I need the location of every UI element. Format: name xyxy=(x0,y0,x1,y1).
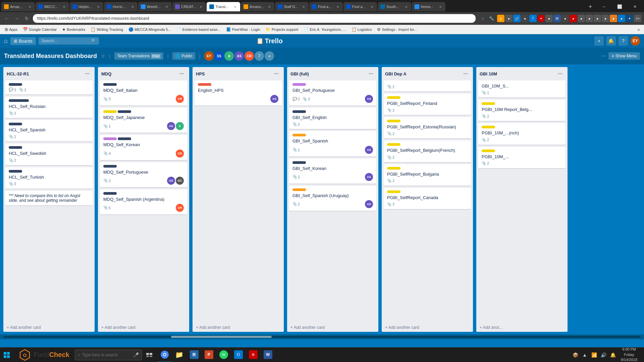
ext-16[interactable]: ● xyxy=(618,15,625,22)
card-g2[interactable]: GBI_Self_English📎 2 xyxy=(289,108,376,129)
list-menu-button[interactable]: ··· xyxy=(556,70,564,78)
tab-close-button[interactable]: ✕ xyxy=(370,4,374,9)
card-c5[interactable]: HCL_Self_Turkish📎 3 xyxy=(5,167,93,189)
card-ga1[interactable]: 📎 2 xyxy=(384,80,471,92)
network-icon[interactable]: 📶 xyxy=(590,351,598,359)
ext-18[interactable]: >> xyxy=(634,15,641,22)
taskbar-app-word[interactable]: W xyxy=(261,348,275,362)
card-c4[interactable]: HCL_Self_Swedish📎 2 xyxy=(5,143,93,165)
taskbar-clock[interactable]: 9:00 PM Friday 9/14/2018 xyxy=(618,347,640,362)
visibility-button[interactable]: 🌐 Public xyxy=(172,52,195,60)
member-avatar-cr[interactable]: CR xyxy=(245,51,254,61)
member-avatar-ss[interactable]: SS xyxy=(214,51,224,61)
card-member-avatar[interactable]: AS xyxy=(365,146,373,154)
taskbar-app-chrome[interactable] xyxy=(157,348,172,362)
card-c2[interactable]: HCL_Self_Russian📎 2 xyxy=(5,97,93,118)
browser-tab-staff[interactable]: Staff D... ✕ xyxy=(275,2,309,11)
browser-tab-hurr[interactable]: Hurric... ✕ xyxy=(104,2,138,11)
taskbar-app-outlook[interactable]: O xyxy=(231,348,246,362)
bookmark-projects[interactable]: 📁 Projects support xyxy=(264,26,300,33)
card-g4[interactable]: GBI_Self_Korean📎 2AS xyxy=(289,159,376,184)
list-menu-button[interactable]: ··· xyxy=(367,70,375,78)
card-ga4[interactable]: PGBI_SelfReport_Belgium(French)📎 2 xyxy=(384,140,471,162)
list-menu-button[interactable]: ··· xyxy=(178,70,186,78)
card-c1[interactable]: 💬 3📎 2 xyxy=(5,80,93,95)
card-ga6[interactable]: PGBI_SelfReport_Canada📎 2 xyxy=(384,188,471,209)
horizontal-scrollbar[interactable] xyxy=(0,335,644,339)
ext-11[interactable]: ● xyxy=(578,15,585,22)
browser-tab-weeb[interactable]: Weebl... ✕ xyxy=(138,2,172,11)
card-gm3[interactable]: PGBI_10M_...(nch)📎 2 xyxy=(478,123,566,144)
card-member-avatar[interactable]: AS xyxy=(365,95,373,103)
browser-tab-find2[interactable]: Find a... ✕ xyxy=(343,2,377,11)
ext-amazon[interactable]: a xyxy=(497,15,504,22)
bookmark-evidence[interactable]: 📄 Evidence based asse... xyxy=(174,26,223,33)
taskbar-app-r[interactable]: R xyxy=(187,348,202,362)
ext-6[interactable]: ● xyxy=(537,15,545,22)
member-avatar-as[interactable]: AS xyxy=(234,51,244,61)
notification-icon[interactable]: 🔔 xyxy=(609,351,617,359)
ext-10[interactable]: ● xyxy=(570,15,577,22)
card-ga2[interactable]: PGBI_SelfReport_Finland📎 2 xyxy=(384,94,471,115)
list-menu-button[interactable]: ··· xyxy=(462,70,470,78)
card-gm4[interactable]: PGBI_10M_...📎 2 xyxy=(478,147,566,168)
bookmark-bookmarks[interactable]: ★ Bookmarks xyxy=(60,26,87,33)
browser-tab-amaz2[interactable]: Amazo... ✕ xyxy=(241,2,274,11)
card-member-avatar[interactable]: S xyxy=(176,122,184,130)
bookmark-calendar[interactable]: 📅 Google Calendar xyxy=(21,26,59,33)
add-card-button-gbi_full[interactable]: + Add another card xyxy=(287,323,378,332)
ext-12[interactable]: ● xyxy=(586,15,593,22)
list-menu-button[interactable]: ··· xyxy=(83,70,91,78)
extensions-icon[interactable]: 🔧 xyxy=(488,15,495,22)
browser-tab-mecc[interactable]: MECC... ✕ xyxy=(36,2,69,11)
member-avatar-ey[interactable]: EY xyxy=(204,51,214,61)
show-desktop-button[interactable] xyxy=(641,348,643,362)
card-member-avatar[interactable]: CR xyxy=(176,149,184,158)
show-menu-button[interactable]: ≡ Show Menu xyxy=(608,52,640,60)
card-d3[interactable]: MDQ_Self_Korean📎 4CR xyxy=(100,135,187,160)
list-menu-button[interactable]: ··· xyxy=(272,70,280,78)
card-member-avatar[interactable]: CR xyxy=(176,95,184,103)
tab-close-button[interactable]: ✕ xyxy=(164,4,169,9)
add-member-button[interactable]: + xyxy=(265,51,274,61)
card-ga5[interactable]: PGBI_SelfReport_Bulgaria📎 2 xyxy=(384,164,471,186)
card-member-avatar[interactable]: AS xyxy=(167,177,175,185)
bookmark-mecca[interactable]: 🔵 MECCA Mingenda 5... xyxy=(126,26,173,33)
scrollbar-thumb[interactable] xyxy=(171,336,272,338)
ext-9[interactable]: ● xyxy=(561,15,569,22)
tab-close-button[interactable]: ✕ xyxy=(301,4,306,9)
board-area[interactable]: HCL-32-R1 ···💬 3📎 2HCL_Self_Russian📎 2HC… xyxy=(0,64,644,335)
close-button[interactable]: ✕ xyxy=(627,2,643,11)
bookmark-peerwise[interactable]: 📘 PeerWise - Login xyxy=(224,26,262,33)
volume-icon[interactable]: 🔊 xyxy=(599,351,607,359)
tab-close-button[interactable]: ✕ xyxy=(404,4,409,9)
card-member-avatar[interactable]: AS xyxy=(167,122,175,130)
bookmark-settings[interactable]: ⚙ Settings - Import bo... xyxy=(375,26,419,33)
microphone-icon[interactable]: 🎤 xyxy=(133,352,139,358)
trello-home-button[interactable]: ⌂ xyxy=(4,38,8,45)
card-member-avatar[interactable]: OC xyxy=(176,177,184,185)
card-g3[interactable]: GBI_Self_Spanish📎 1AS xyxy=(289,131,376,156)
url-input[interactable] xyxy=(33,14,476,23)
star-icon[interactable]: ☆ xyxy=(479,15,486,22)
taskbar-app-whatsapp[interactable]: W xyxy=(216,348,231,362)
card-c6[interactable]: *** Need to compare this to list on Angs… xyxy=(5,191,93,205)
minimize-button[interactable]: ─ xyxy=(596,2,612,11)
card-d2[interactable]: MDQ_Self_Japanese📎 1ASS xyxy=(100,108,187,133)
add-card-button-gbi_dep_a[interactable]: + Add another card xyxy=(382,323,473,332)
forward-button[interactable]: → xyxy=(13,14,21,22)
trello-search-input[interactable] xyxy=(39,37,99,45)
board-title[interactable]: Translated Measures Dashboard xyxy=(4,53,97,60)
back-button[interactable]: ← xyxy=(3,14,11,22)
bookmark-logistics[interactable]: 📋 Logistics xyxy=(350,26,374,33)
card-d5[interactable]: MDQ_Self_Spanish (Argentina)📎 5CR xyxy=(100,189,187,215)
boards-button[interactable]: ⊞ Boards xyxy=(10,37,36,45)
refresh-button[interactable]: ↻ xyxy=(23,14,31,22)
restore-button[interactable]: ⬜ xyxy=(612,2,627,11)
add-card-button-hps[interactable]: + Add another card xyxy=(193,323,284,332)
browser-tab-tran[interactable]: Transl... ✕ xyxy=(207,2,240,11)
add-card-button-mdq[interactable]: + Add another card xyxy=(98,323,189,332)
browser-tab-home[interactable]: Home... ✕ xyxy=(412,2,445,11)
tab-close-button[interactable]: ✕ xyxy=(199,4,203,9)
card-member-avatar[interactable]: CR xyxy=(176,204,184,212)
